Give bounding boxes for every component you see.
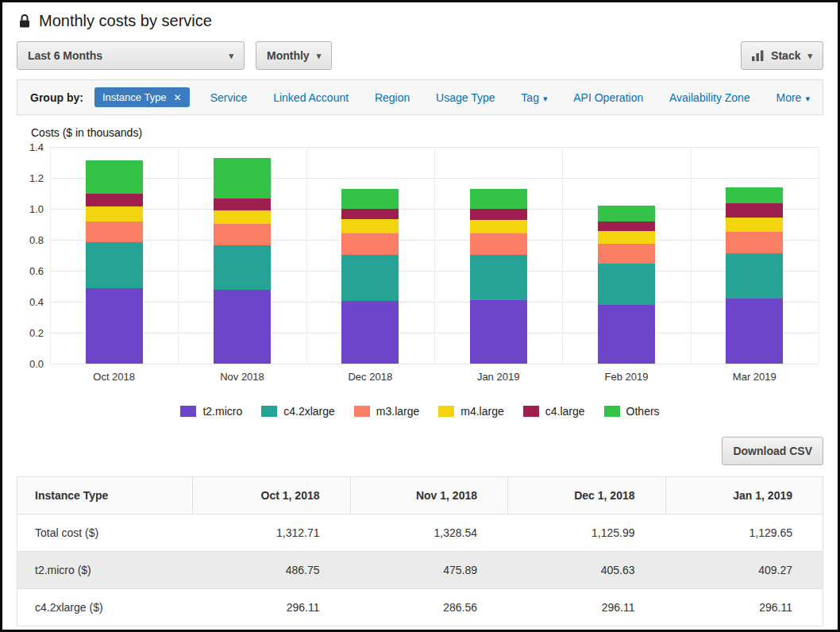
bar-segment-t2-micro[interactable] xyxy=(470,300,527,364)
date-range-dropdown[interactable]: Last 6 Months ▾ xyxy=(17,41,245,70)
x-axis-tick-label: Oct 2018 xyxy=(50,371,178,383)
stacked-bar-oct-2018[interactable] xyxy=(86,147,143,364)
panel-header: Monthly costs by service xyxy=(2,2,838,35)
bar-column-feb-2019 xyxy=(562,147,690,364)
bar-segment-c4-2xlarge[interactable] xyxy=(598,264,655,305)
bars-layer xyxy=(50,147,819,364)
csv-row: Download CSV xyxy=(17,437,823,465)
x-axis-tick-label: Nov 2018 xyxy=(178,371,306,383)
toolbar: Last 6 Months ▾ Monthly ▾ Stack ▾ xyxy=(2,35,838,78)
bar-segment-m4-large[interactable] xyxy=(86,206,143,222)
bar-segment-m3-large[interactable] xyxy=(470,233,527,254)
bar-segment-c4-2xlarge[interactable] xyxy=(470,255,527,301)
stacked-bar-mar-2019[interactable] xyxy=(726,147,783,364)
chart: 1.41.21.00.80.60.40.20.0 xyxy=(21,147,819,364)
bar-segment-m4-large[interactable] xyxy=(726,218,783,233)
bar-segment-t2-micro[interactable] xyxy=(598,305,655,364)
legend-swatch-m3-large xyxy=(354,406,370,417)
y-axis-tick-label: 0.6 xyxy=(29,265,44,277)
table-row-total-cost-: Total cost ($)1,312.711,328.541,125.991,… xyxy=(17,514,823,552)
bar-segment-others[interactable] xyxy=(341,189,399,208)
bar-segment-c4-large[interactable] xyxy=(86,194,143,206)
table-header-cell-jan-1-2019: Jan 1, 2019 xyxy=(665,477,823,514)
bar-segment-m4-large[interactable] xyxy=(598,231,655,244)
gridline-vertical xyxy=(819,147,819,364)
y-axis: 1.41.21.00.80.60.40.20.0 xyxy=(21,147,50,364)
date-range-value: Last 6 Months xyxy=(28,49,102,62)
download-csv-button[interactable]: Download CSV xyxy=(722,437,823,465)
chart-style-value: Stack xyxy=(771,49,800,62)
bar-segment-others[interactable] xyxy=(598,206,655,222)
bar-segment-m3-large[interactable] xyxy=(86,222,143,242)
legend-swatch-others xyxy=(604,406,620,417)
row-value: 405.63 xyxy=(507,552,665,588)
bar-segment-t2-micro[interactable] xyxy=(341,301,399,364)
group-by-option-usage-type[interactable]: Usage Type xyxy=(436,91,495,104)
legend-label: c4.2xlarge xyxy=(283,405,335,418)
group-by-bar: Group by: Instance Type ✕ ServiceLinked … xyxy=(17,79,823,115)
bar-segment-c4-large[interactable] xyxy=(341,209,399,220)
bar-segment-c4-large[interactable] xyxy=(470,209,527,220)
bar-segment-others[interactable] xyxy=(726,187,783,203)
group-by-option-more[interactable]: More▾ xyxy=(776,91,809,104)
bar-segment-c4-2xlarge[interactable] xyxy=(726,253,783,299)
table-header-cell-instance-type: Instance Type xyxy=(17,477,192,514)
bar-segment-others[interactable] xyxy=(214,158,271,198)
bar-segment-others[interactable] xyxy=(86,160,143,194)
chart-legend: t2.microc4.2xlargem3.largem4.largec4.lar… xyxy=(21,405,819,418)
bar-segment-m3-large[interactable] xyxy=(341,233,399,255)
table-header-cell-nov-1-2018: Nov 1, 2018 xyxy=(350,477,508,514)
group-by-option-service[interactable]: Service xyxy=(210,91,248,104)
group-by-label: Group by: xyxy=(30,91,83,104)
chart-section: Costs ($ in thousands) 1.41.21.00.80.60.… xyxy=(21,126,819,418)
bar-column-dec-2018 xyxy=(306,147,434,364)
bar-segment-m3-large[interactable] xyxy=(214,224,271,245)
legend-swatch-c4-2xlarge xyxy=(261,406,277,417)
row-value: 475.89 xyxy=(350,552,508,588)
bar-segment-m4-large[interactable] xyxy=(470,220,527,234)
legend-item-m4-large: m4.large xyxy=(438,405,503,418)
group-by-option-linked-account[interactable]: Linked Account xyxy=(273,91,349,104)
group-by-option-availability-zone[interactable]: Availability Zone xyxy=(669,91,750,104)
page-title: Monthly costs by service xyxy=(39,12,212,30)
row-value: 486.75 xyxy=(192,552,350,588)
active-filter-chip[interactable]: Instance Type ✕ xyxy=(94,87,190,107)
remove-filter-icon[interactable]: ✕ xyxy=(174,93,182,102)
granularity-dropdown[interactable]: Monthly ▾ xyxy=(256,41,332,70)
legend-swatch-t2-micro xyxy=(180,406,196,417)
bar-segment-c4-2xlarge[interactable] xyxy=(86,242,143,288)
group-by-option-region[interactable]: Region xyxy=(375,91,410,104)
stacked-bar-feb-2019[interactable] xyxy=(598,147,655,364)
table-row-t2-micro-: t2.micro ($)486.75475.89405.63409.27 xyxy=(17,552,823,589)
stacked-bar-nov-2018[interactable] xyxy=(214,147,271,364)
stacked-bar-jan-2019[interactable] xyxy=(470,147,527,364)
chart-style-dropdown[interactable]: Stack ▾ xyxy=(741,41,823,70)
bar-segment-m3-large[interactable] xyxy=(726,232,783,252)
bar-column-oct-2018 xyxy=(50,147,178,364)
y-axis-tick-label: 1.4 xyxy=(29,141,44,153)
monthly-costs-panel: Monthly costs by service Last 6 Months ▾… xyxy=(0,0,840,632)
legend-item-m3-large: m3.large xyxy=(354,405,419,418)
bar-segment-t2-micro[interactable] xyxy=(214,290,271,364)
x-axis-tick-label: Mar 2019 xyxy=(691,371,819,383)
caret-down-icon: ▾ xyxy=(229,52,233,60)
bar-segment-m4-large[interactable] xyxy=(341,219,399,233)
bar-segment-m3-large[interactable] xyxy=(598,244,655,264)
stacked-bar-dec-2018[interactable] xyxy=(341,147,399,364)
group-by-option-tag[interactable]: Tag▾ xyxy=(521,91,547,104)
bar-segment-c4-large[interactable] xyxy=(214,198,271,211)
bar-segment-m4-large[interactable] xyxy=(214,210,271,224)
bar-segment-t2-micro[interactable] xyxy=(726,299,783,364)
row-value: 409.27 xyxy=(665,552,823,588)
x-axis-tick-label: Dec 2018 xyxy=(306,371,434,383)
bar-segment-c4-2xlarge[interactable] xyxy=(214,245,271,290)
table-header-row: Instance TypeOct 1, 2018Nov 1, 2018Dec 1… xyxy=(17,477,823,514)
legend-label: m4.large xyxy=(460,405,503,418)
bar-segment-c4-2xlarge[interactable] xyxy=(341,255,399,301)
bar-segment-others[interactable] xyxy=(470,189,527,209)
bar-segment-c4-large[interactable] xyxy=(726,203,783,218)
bar-segment-c4-large[interactable] xyxy=(598,222,655,232)
row-value: 296.11 xyxy=(665,589,823,626)
group-by-option-api-operation[interactable]: API Operation xyxy=(573,91,643,104)
bar-segment-t2-micro[interactable] xyxy=(86,288,143,364)
